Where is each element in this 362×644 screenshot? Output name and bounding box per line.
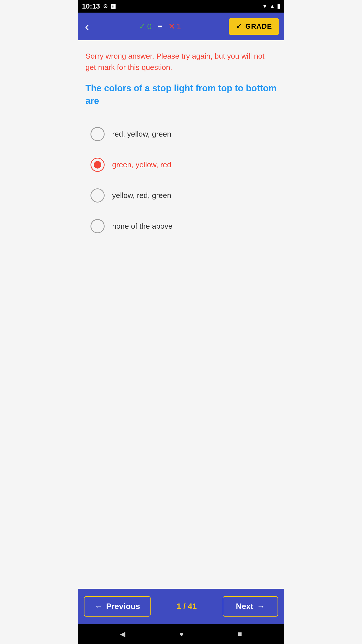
grade-button[interactable]: GRADE	[229, 18, 279, 35]
grade-check-icon	[236, 22, 243, 31]
wifi-icon: ▼	[262, 3, 267, 10]
grade-label: GRADE	[245, 22, 272, 30]
battery-icon: ▮	[277, 3, 280, 10]
back-icon	[85, 22, 89, 33]
main-content: Sorry wrong answer. Please try again, bu…	[78, 40, 284, 589]
option-1[interactable]: red, yellow, green	[85, 120, 277, 148]
score-display: 0 1	[139, 22, 181, 31]
error-message: Sorry wrong answer. Please try again, bu…	[85, 50, 277, 73]
correct-score: 0	[139, 22, 152, 31]
back-button[interactable]	[83, 17, 91, 36]
radio-circle-3	[90, 188, 105, 203]
previous-label: Previous	[106, 602, 140, 611]
next-button[interactable]: Next	[223, 596, 278, 617]
options-list: red, yellow, green green, yellow, red ye…	[85, 120, 277, 240]
status-bar-left: 10:13 ⊙ ▦	[82, 2, 116, 10]
status-bar-right: ▼ ▲ ▮	[262, 3, 280, 10]
option-1-text: red, yellow, green	[112, 130, 171, 138]
android-nav-bar	[78, 624, 284, 644]
android-home-button[interactable]	[179, 630, 184, 638]
toolbar-left	[83, 17, 91, 36]
notification-icon: ⊙	[103, 3, 108, 10]
radio-circle-1	[90, 127, 105, 141]
x-icon	[168, 22, 175, 31]
arrow-right-icon	[257, 602, 265, 611]
toolbar: 0 1 GRADE	[78, 13, 284, 40]
option-2-text: green, yellow, red	[112, 160, 171, 169]
check-icon	[139, 22, 146, 31]
option-4[interactable]: none of the above	[85, 212, 277, 240]
time-display: 10:13	[82, 2, 100, 10]
wrong-score: 1	[168, 22, 181, 31]
status-bar: 10:13 ⊙ ▦ ▼ ▲ ▮	[78, 0, 284, 13]
bottom-nav: Previous 1 / 41 Next	[78, 589, 284, 624]
android-recents-button[interactable]	[238, 630, 242, 638]
sim-icon: ▦	[111, 3, 116, 10]
radio-circle-4	[90, 219, 105, 233]
previous-button[interactable]: Previous	[84, 596, 151, 617]
page-indicator: 1 / 41	[177, 602, 197, 611]
option-3[interactable]: yellow, red, green	[85, 181, 277, 210]
option-2[interactable]: green, yellow, red	[85, 151, 277, 179]
radio-inner-2	[94, 161, 101, 169]
radio-circle-2	[90, 158, 105, 172]
signal-icon: ▲	[269, 3, 275, 10]
correct-count-value: 0	[147, 22, 152, 31]
menu-icon[interactable]	[158, 22, 162, 31]
question-text: The colors of a stop light from top to b…	[85, 82, 277, 107]
option-4-text: none of the above	[112, 222, 172, 230]
arrow-left-icon	[95, 602, 103, 611]
next-label: Next	[236, 602, 253, 611]
option-3-text: yellow, red, green	[112, 191, 171, 200]
wrong-count-value: 1	[177, 22, 181, 31]
android-back-button[interactable]	[120, 630, 125, 638]
